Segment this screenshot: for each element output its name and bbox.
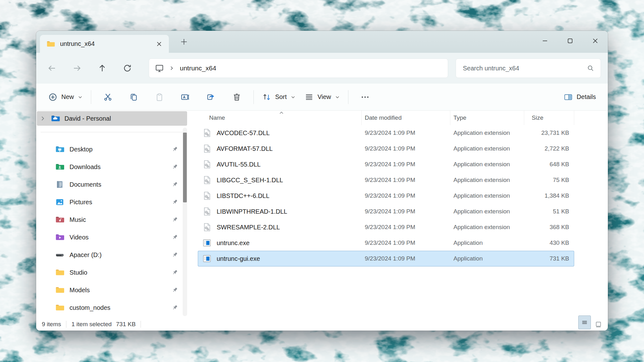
file-row[interactable]: LIBWINPTHREAD-1.DLL 9/23/2024 1:09 PM Ap… [198, 204, 574, 219]
copy-button[interactable] [124, 88, 143, 107]
column-header-type[interactable]: Type [450, 111, 524, 125]
details-pane-button[interactable]: Details [559, 88, 600, 107]
file-list-pane: Name Date modified Type Size [188, 111, 608, 318]
file-row[interactable]: LIBGCC_S_SEH-1.DLL 9/23/2024 1:09 PM App… [198, 172, 574, 188]
sidebar-item-label: Desktop [69, 146, 171, 153]
command-toolbar: New [36, 84, 608, 111]
file-date-modified: 9/23/2024 1:09 PM [362, 145, 450, 152]
file-date-modified: 9/23/2024 1:09 PM [362, 192, 450, 199]
pin-icon [171, 216, 178, 223]
thumbnail-view-toggle[interactable] [593, 320, 603, 329]
sort-icon [262, 92, 271, 102]
file-row[interactable]: AVCODEC-57.DLL 9/23/2024 1:09 PM Applica… [198, 125, 574, 141]
view-button[interactable]: View [300, 88, 344, 107]
tab-close-icon[interactable] [154, 39, 164, 49]
drive-icon [55, 250, 64, 260]
chevron-right-icon [40, 116, 46, 121]
new-button-label: New [61, 93, 74, 101]
explorer-body: David - Personal [36, 111, 608, 318]
file-name: LIBSTDC++-6.DLL [217, 192, 269, 200]
selection-count: 1 item selected [71, 321, 112, 328]
sidebar-item[interactable]: Studio [36, 264, 188, 281]
dll-file-icon [202, 144, 212, 153]
new-button[interactable]: New [44, 88, 87, 107]
file-row[interactable]: AVUTIL-55.DLL 9/23/2024 1:09 PM Applicat… [198, 156, 574, 172]
file-name: untrunc.exe [217, 239, 250, 247]
dll-file-icon [202, 128, 212, 138]
folder-icon [55, 268, 64, 277]
plus-circle-icon [48, 92, 58, 102]
forward-button[interactable] [68, 59, 86, 77]
pin-icon [171, 287, 178, 293]
music-folder-icon [55, 215, 64, 224]
share-button[interactable] [201, 88, 221, 107]
up-button[interactable] [93, 59, 111, 77]
column-header-date-modified[interactable]: Date modified [362, 111, 450, 125]
details-pane-label: Details [577, 93, 596, 101]
file-row[interactable]: AVFORMAT-57.DLL 9/23/2024 1:09 PM Applic… [198, 141, 574, 156]
sidebar-item[interactable]: Desktop [36, 140, 188, 158]
column-headers: Name Date modified Type Size [198, 111, 574, 125]
new-tab-button[interactable] [177, 36, 191, 48]
file-type: Application extension [450, 145, 524, 152]
back-button[interactable] [43, 59, 61, 77]
navigation-pane: David - Personal [36, 111, 188, 318]
file-row[interactable]: untrunc-gui.exe 9/23/2024 1:09 PM Applic… [198, 251, 574, 266]
sidebar-item[interactable]: Apacer (D:) [36, 246, 188, 264]
file-type: Application extension [450, 129, 524, 136]
sidebar-item-onedrive-root[interactable]: David - Personal [37, 111, 187, 126]
column-header-size[interactable]: Size [524, 111, 574, 125]
rename-button[interactable] [175, 88, 195, 107]
sort-button[interactable]: Sort [258, 88, 300, 107]
toolbar-divider [91, 90, 91, 104]
sidebar-item-label: Downloads [69, 163, 171, 171]
sidebar-item[interactable]: custom_nodes [36, 299, 188, 316]
file-row[interactable]: LIBSTDC++-6.DLL 9/23/2024 1:09 PM Applic… [198, 188, 574, 204]
maximize-button[interactable] [558, 31, 583, 51]
file-type: Application extension [450, 177, 524, 184]
sidebar-root-label: David - Personal [64, 115, 111, 122]
file-date-modified: 9/23/2024 1:09 PM [362, 129, 450, 136]
sidebar-item-label: Music [69, 216, 171, 223]
view-button-label: View [318, 93, 331, 101]
delete-button[interactable] [227, 88, 247, 107]
file-type: Application [450, 239, 524, 246]
close-button[interactable] [583, 31, 608, 51]
sidebar-scrollbar[interactable] [183, 128, 187, 316]
file-type: Application extension [450, 192, 524, 199]
paste-button[interactable] [150, 88, 169, 107]
sidebar-item[interactable]: Music [36, 211, 188, 228]
sidebar-item[interactable]: Videos [36, 228, 188, 246]
sidebar-item[interactable]: Downloads [36, 158, 188, 176]
breadcrumb-location[interactable]: untrunc_x64 [180, 64, 216, 72]
explorer-tab[interactable]: untrunc_x64 [40, 35, 169, 53]
more-options-button[interactable] [355, 88, 375, 107]
sidebar-scrollbar-thumb[interactable] [183, 133, 187, 202]
details-view-icon [581, 319, 588, 326]
sidebar-item[interactable]: Pictures [36, 193, 188, 211]
view-mode-toggles [578, 315, 603, 329]
address-bar[interactable]: untrunc_x64 [149, 58, 448, 78]
file-rows: AVCODEC-57.DLL 9/23/2024 1:09 PM Applica… [198, 125, 574, 266]
file-type: Application [450, 255, 524, 262]
sidebar-item[interactable]: Models [36, 281, 188, 299]
share-icon [206, 92, 216, 102]
scissors-icon [103, 92, 113, 102]
details-view-toggle[interactable] [578, 315, 591, 329]
minimize-button[interactable] [532, 31, 558, 51]
file-row[interactable]: SWRESAMPLE-2.DLL 9/23/2024 1:09 PM Appli… [198, 219, 574, 235]
selection-size: 731 KB [116, 321, 136, 328]
sidebar-item[interactable]: Documents [36, 176, 188, 193]
sidebar-item-label: Apacer (D:) [69, 251, 171, 259]
refresh-button[interactable] [119, 59, 136, 77]
file-date-modified: 9/23/2024 1:09 PM [362, 224, 450, 231]
thumbnail-view-icon [595, 321, 602, 328]
pin-icon [171, 181, 178, 188]
file-row[interactable]: untrunc.exe 9/23/2024 1:09 PM Applicatio… [198, 235, 574, 251]
search-box[interactable] [456, 58, 601, 78]
sidebar-item-label: Pictures [69, 199, 171, 206]
search-input[interactable] [462, 64, 587, 72]
titlebar[interactable]: untrunc_x64 [36, 31, 608, 53]
cut-button[interactable] [98, 88, 118, 107]
this-pc-icon [155, 63, 164, 73]
